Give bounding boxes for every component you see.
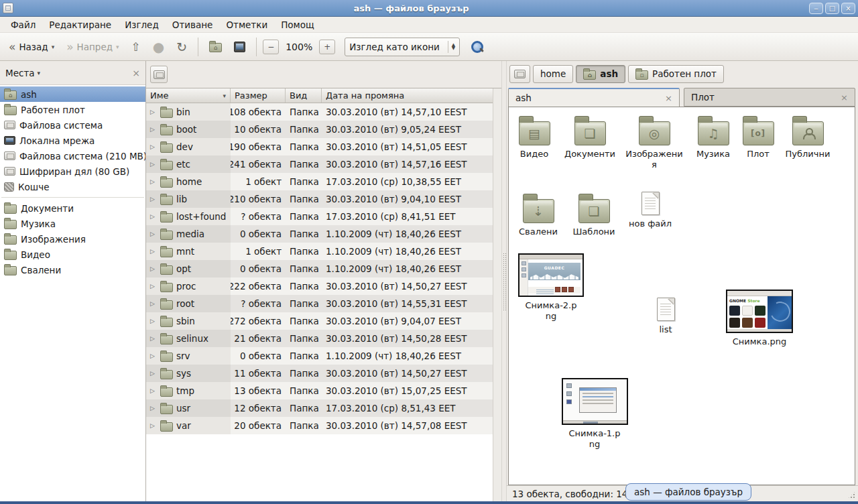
- sidebar-item-видео[interactable]: Видео: [0, 247, 145, 262]
- breadcrumb-home-button[interactable]: home: [533, 65, 573, 83]
- menu-item-помощ[interactable]: Помощ: [274, 17, 321, 32]
- menu-item-изглед[interactable]: Изглед: [118, 17, 166, 32]
- expander-icon[interactable]: ▷: [150, 422, 157, 429]
- sidebar-item-файлова-система[interactable]: Файлова система: [0, 117, 145, 133]
- folder-images[interactable]: ◎ Изображения: [623, 115, 686, 171]
- folder-templates[interactable]: ❏ Шаблони: [569, 193, 619, 237]
- stop-button[interactable]: ●: [148, 36, 169, 58]
- table-row-tmp[interactable]: ▷tmp13 обектаПапка30.03.2010 (вт) 15,07,…: [146, 382, 493, 399]
- table-row-sys[interactable]: ▷sys11 обектаПапка30.03.2010 (вт) 14,50,…: [146, 365, 493, 382]
- zoom-in-button[interactable]: +: [319, 40, 335, 54]
- table-row-etc[interactable]: ▷etc241 обектаПапка30.03.2010 (вт) 14,57…: [146, 155, 493, 173]
- sidebar-close-icon[interactable]: ×: [132, 68, 140, 78]
- table-row-lib[interactable]: ▷lib210 обектаПапка30.03.2010 (вт) 9,04,…: [146, 190, 493, 208]
- sidebar-item-музика[interactable]: Музика: [0, 216, 145, 231]
- table-row-mnt[interactable]: ▷mnt1 обектПапка1.10.2009 (чт) 18,40,26 …: [146, 243, 493, 260]
- table-row-dev[interactable]: ▷dev190 обектаПапка30.03.2010 (вт) 14,51…: [146, 138, 493, 155]
- table-row-sbin[interactable]: ▷sbin272 обектаПапка30.03.2010 (вт) 9,04…: [146, 312, 493, 330]
- folder-downloads[interactable]: ⇣ Свалени: [515, 193, 561, 237]
- folder-documents[interactable]: ❏ Документи: [560, 115, 620, 160]
- expander-icon[interactable]: ▷: [150, 231, 157, 237]
- expander-icon[interactable]: ▷: [150, 335, 157, 342]
- expander-icon[interactable]: ▷: [150, 178, 157, 185]
- menu-item-редактиране[interactable]: Редактиране: [42, 17, 118, 32]
- breadcrumb-root-button[interactable]: [509, 65, 530, 83]
- menu-item-отметки[interactable]: Отметки: [219, 17, 274, 32]
- table-row-lost+found[interactable]: ▷lost+found? обектаПапка17.03.2010 (ср) …: [146, 208, 493, 225]
- back-dropdown-icon[interactable]: ▾: [52, 44, 55, 50]
- maximize-button[interactable]: □: [825, 3, 839, 14]
- expander-icon[interactable]: ▷: [150, 213, 157, 220]
- tab-ash[interactable]: ash ×: [508, 88, 680, 107]
- table-row-usr[interactable]: ▷usr12 обектаПапка17.03.2010 (ср) 8,51,4…: [146, 399, 493, 417]
- computer-button[interactable]: [229, 39, 250, 55]
- zoom-out-button[interactable]: −: [263, 40, 279, 54]
- folder-desktop[interactable]: [o] Плот: [739, 115, 777, 160]
- table-row-home[interactable]: ▷home1 обектПапка17.03.2010 (ср) 10,38,5…: [146, 173, 493, 190]
- home-button[interactable]: ⌂: [204, 38, 227, 55]
- pane-splitter[interactable]: [501, 61, 507, 501]
- expander-icon[interactable]: ▷: [150, 248, 157, 255]
- sidebar-item-свалени[interactable]: Свалени: [0, 262, 145, 277]
- table-row-selinux[interactable]: ▷selinux21 обектаПапка30.03.2010 (вт) 14…: [146, 330, 493, 347]
- table-row-root[interactable]: ▷root? обектаПапка30.03.2010 (вт) 14,55,…: [146, 295, 493, 312]
- tree-root-button[interactable]: [150, 66, 168, 83]
- view-mode-select[interactable]: Изглед като икони ▲▼: [345, 38, 460, 56]
- tab-plot[interactable]: Плот ×: [684, 88, 855, 107]
- column-header-size[interactable]: Размер: [231, 88, 286, 103]
- expander-icon[interactable]: ▷: [150, 318, 157, 324]
- sidebar-item-документи[interactable]: Документи: [0, 200, 145, 216]
- file-new-file[interactable]: нов файл: [624, 192, 676, 229]
- folder-video[interactable]: ▤ Видео: [513, 115, 556, 160]
- menu-item-файл[interactable]: Файл: [4, 17, 42, 32]
- table-row-opt[interactable]: ▷opt0 обектаПапка1.10.2009 (чт) 18,40,26…: [146, 260, 493, 277]
- sidebar-item-изображения[interactable]: Изображения: [0, 231, 145, 247]
- table-row-boot[interactable]: ▷boot10 обектаПапка30.03.2010 (вт) 9,05,…: [146, 121, 493, 138]
- sidebar-item-файлова-система-210-mb-[interactable]: Файлова система (210 MB): [0, 148, 145, 164]
- search-icon[interactable]: [471, 40, 484, 54]
- taskbar-window-label[interactable]: ash — файлов браузър: [625, 483, 751, 501]
- expander-icon[interactable]: ▷: [150, 300, 157, 307]
- column-header-date[interactable]: Дата на промяна: [322, 88, 493, 103]
- table-row-proc[interactable]: ▷proc222 обектаПапка30.03.2010 (вт) 14,5…: [146, 277, 493, 295]
- expander-icon[interactable]: ▷: [150, 405, 157, 412]
- tab-close-icon[interactable]: ×: [665, 93, 672, 103]
- breadcrumb-desktop-button[interactable]: ▫ Работен плот: [628, 65, 724, 83]
- menu-item-отиване[interactable]: Отиване: [166, 17, 220, 32]
- file-snimka-1-png[interactable]: Снимка-1.png: [560, 378, 629, 450]
- resize-grip[interactable]: [847, 491, 856, 499]
- table-row-var[interactable]: ▷var20 обектаПапка30.03.2010 (вт) 14,57,…: [146, 417, 493, 434]
- expander-icon[interactable]: ▷: [150, 387, 157, 394]
- breadcrumb-ash-button[interactable]: ⌂ ash: [576, 65, 625, 83]
- tree-scrollbar[interactable]: [493, 88, 501, 501]
- reload-button[interactable]: ↻: [172, 37, 192, 57]
- expander-icon[interactable]: ▷: [150, 283, 157, 290]
- sidebar-title[interactable]: Места: [5, 68, 35, 78]
- column-header-type[interactable]: Вид: [286, 88, 322, 103]
- file-snimka-png[interactable]: GNOME Store Снимка.png: [722, 290, 797, 347]
- expander-icon[interactable]: ▷: [150, 109, 157, 115]
- table-row-srv[interactable]: ▷srv0 обектаПапка1.10.2009 (чт) 18,40,26…: [146, 347, 493, 365]
- expander-icon[interactable]: ▷: [150, 370, 157, 377]
- sidebar-item-кошче[interactable]: Кошче: [0, 179, 145, 194]
- sidebar-item-локална-мрежа[interactable]: Локална мрежа: [0, 133, 145, 148]
- file-snimka-2-png[interactable]: GUADEC Снимка-2.png: [517, 253, 585, 322]
- chevron-down-icon[interactable]: ▾: [38, 70, 41, 76]
- expander-icon[interactable]: ▷: [150, 126, 157, 133]
- tab-close-icon[interactable]: ×: [841, 92, 848, 103]
- sidebar-item-работен-плот[interactable]: Работен плот: [0, 102, 145, 117]
- column-header-name[interactable]: Име▾: [146, 88, 231, 103]
- expander-icon[interactable]: ▷: [150, 161, 157, 168]
- folder-public[interactable]: Публични: [781, 115, 835, 160]
- expander-icon[interactable]: ▷: [150, 265, 157, 272]
- close-button[interactable]: ×: [841, 3, 855, 14]
- file-list[interactable]: list: [646, 298, 686, 335]
- folder-music[interactable]: ♫ Музика: [691, 115, 735, 160]
- expander-icon[interactable]: ▷: [150, 143, 157, 150]
- table-row-bin[interactable]: ▷bin108 обектаПапка30.03.2010 (вт) 14,57…: [146, 103, 493, 121]
- minimize-button[interactable]: ‒: [809, 3, 823, 14]
- sidebar-item-ash[interactable]: ⌂ash: [0, 86, 145, 102]
- sidebar-item-шифриран-дял-80-gb-[interactable]: Шифриран дял (80 GB): [0, 164, 145, 179]
- expander-icon[interactable]: ▷: [150, 353, 157, 359]
- forward-button[interactable]: » Напред ▾: [62, 38, 123, 56]
